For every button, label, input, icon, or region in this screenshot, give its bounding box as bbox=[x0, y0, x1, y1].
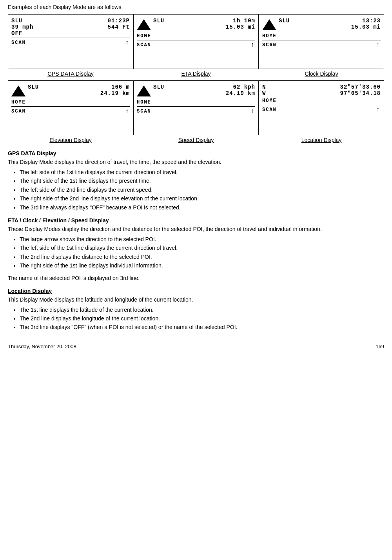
location-bullet-1: The 1st line displays the latitude of th… bbox=[20, 305, 384, 314]
eta-cell-label: ETA Display bbox=[181, 71, 211, 77]
poi-line: The name of the selected POI is displaye… bbox=[8, 274, 384, 282]
gps-line2: 39 mph 544 Ft bbox=[11, 24, 130, 30]
clock-line2: 15.03 mi bbox=[279, 24, 381, 30]
location-line1-left: N bbox=[262, 84, 266, 90]
eta-line1: SLU 1h 10m bbox=[153, 18, 255, 24]
gps-section-intro: This Display Mode displays the direction… bbox=[8, 158, 384, 166]
eta-line1-right: 1h 10m bbox=[233, 18, 255, 24]
clock-display-top: SLU 13:23 15.03 mi bbox=[262, 18, 381, 32]
clock-line1-left: SLU bbox=[279, 18, 290, 24]
elevation-line2-right: 24.19 km bbox=[100, 90, 130, 96]
elevation-scan-row: SCAN ↑ bbox=[11, 108, 130, 115]
elevation-display-top: SLU 166 m 24.19 km bbox=[11, 84, 130, 98]
gps-section: GPS DATA Display This Display Mode displ… bbox=[8, 150, 384, 212]
speed-display-top: SLU 62 kph 24.19 km bbox=[137, 84, 255, 98]
gps-bullet-5: The 3rd line always displays "OFF" becau… bbox=[20, 203, 384, 212]
intro-text: Examples of each Display Mode are as fol… bbox=[8, 4, 384, 10]
clock-scan-label: SCAN bbox=[262, 42, 277, 48]
gps-bullet-2: The right side of the 1st line displays … bbox=[20, 176, 384, 185]
gps-scan-arrow: ↑ bbox=[125, 39, 130, 46]
speed-line1: SLU 62 kph bbox=[153, 84, 255, 90]
gps-line1: SLU 01:23P bbox=[11, 18, 130, 24]
elevation-poi-label: HOME bbox=[11, 100, 130, 105]
display-box-clock: SLU 13:23 15.03 mi HOME SCAN ↑ bbox=[259, 14, 384, 69]
location-section-title: Location Display bbox=[8, 288, 384, 294]
clock-line1: SLU 13:23 bbox=[279, 18, 381, 24]
display-cell-location: N 32"57'33.60 W 97"05'34.18 HOME SCAN ↑ … bbox=[259, 80, 384, 145]
eta-display-top: SLU 1h 10m 15.03 mi bbox=[137, 18, 255, 32]
speed-scan-arrow: ↑ bbox=[250, 108, 255, 115]
display-cell-gps: SLU 01:23P 39 mph 544 Ft OFF SCAN ↑ bbox=[8, 14, 133, 78]
gps-scan-row: SCAN ↑ bbox=[11, 39, 130, 46]
location-divider bbox=[262, 105, 381, 105]
gps-section-title: GPS DATA Display bbox=[8, 150, 384, 156]
footer-page: 169 bbox=[376, 344, 384, 349]
eta-line2-right: 15.03 mi bbox=[226, 24, 255, 30]
clock-line2-right: 15.03 mi bbox=[351, 24, 381, 30]
speed-cell-label: Speed Display bbox=[178, 137, 214, 143]
gps-bullet-list: The left side of the 1st line displays t… bbox=[20, 168, 384, 212]
location-poi-label: HOME bbox=[262, 98, 381, 104]
elevation-line1: SLU 166 m bbox=[28, 84, 130, 90]
location-bullet-list: The 1st line displays the latitude of th… bbox=[20, 305, 384, 332]
eta-section: ETA / Clock / Elevation / Speed Display … bbox=[8, 217, 384, 270]
clock-arrow-icon bbox=[262, 19, 276, 30]
elevation-line2: 24.19 km bbox=[28, 90, 130, 96]
gps-divider bbox=[11, 38, 130, 38]
footer-date: Thursday, November 20, 2008 bbox=[8, 344, 76, 349]
location-scan-label: SCAN bbox=[262, 107, 277, 113]
display-box-elevation: SLU 166 m 24.19 km HOME SCAN ↑ bbox=[8, 80, 133, 135]
location-line2: W 97"05'34.18 bbox=[262, 90, 381, 96]
display-box-eta: SLU 1h 10m 15.03 mi HOME SCAN ↑ bbox=[133, 14, 259, 69]
gps-bullet-3: The left side of the 2nd line displays t… bbox=[20, 185, 384, 194]
location-scan-row: SCAN ↑ bbox=[262, 106, 381, 113]
eta-bullet-4: The right side of the 1st line displays … bbox=[20, 261, 384, 270]
location-section: Location Display This Display Mode displ… bbox=[8, 288, 384, 332]
location-cell-label: Location Display bbox=[301, 137, 342, 143]
elevation-scan-arrow: ↑ bbox=[125, 108, 130, 115]
location-line1: N 32"57'33.60 bbox=[262, 84, 381, 90]
clock-poi-label: HOME bbox=[262, 33, 381, 39]
elevation-line1-left: SLU bbox=[28, 84, 39, 90]
location-line2-left: W bbox=[262, 90, 266, 96]
elevation-line1-right: 166 m bbox=[111, 84, 130, 90]
clock-scan-arrow: ↑ bbox=[376, 42, 381, 49]
clock-cell-label: Clock Display bbox=[305, 71, 338, 77]
clock-scan-row: SCAN ↑ bbox=[262, 42, 381, 49]
display-cell-elevation: SLU 166 m 24.19 km HOME SCAN ↑ Elevation… bbox=[8, 80, 133, 145]
eta-scan-label: SCAN bbox=[137, 42, 151, 48]
location-line1-right: 32"57'33.60 bbox=[340, 84, 381, 90]
eta-bullet-2: The left side of the 1st line displays t… bbox=[20, 244, 384, 252]
eta-scan-arrow: ↑ bbox=[250, 42, 255, 49]
gps-scan-label: SCAN bbox=[11, 40, 26, 45]
elevation-divider bbox=[11, 106, 130, 107]
gps-cell-label: GPS DATA Display bbox=[47, 71, 94, 77]
display-cell-clock: SLU 13:23 15.03 mi HOME SCAN ↑ Clock Dis… bbox=[259, 14, 384, 78]
eta-arrow-icon bbox=[137, 19, 151, 30]
display-box-location: N 32"57'33.60 W 97"05'34.18 HOME SCAN ↑ bbox=[259, 80, 384, 135]
gps-bullet-4: The right side of the 2nd line displays … bbox=[20, 194, 384, 203]
elevation-cell-label: Elevation Display bbox=[49, 137, 91, 143]
speed-poi-label: HOME bbox=[137, 100, 255, 105]
location-bullet-2: The 2nd line displays the longitude of t… bbox=[20, 314, 384, 323]
eta-bullet-1: The large arrow shows the direction to t… bbox=[20, 235, 384, 244]
speed-line2: 24.19 km bbox=[153, 90, 255, 96]
eta-section-title: ETA / Clock / Elevation / Speed Display bbox=[8, 217, 384, 224]
elevation-arrow-icon bbox=[11, 85, 25, 96]
display-cell-eta: SLU 1h 10m 15.03 mi HOME SCAN ↑ ETA Disp… bbox=[133, 14, 259, 78]
gps-bullet-1: The left side of the 1st line displays t… bbox=[20, 168, 384, 176]
speed-arrow-icon bbox=[137, 85, 151, 96]
gps-line3: OFF bbox=[11, 30, 130, 36]
gps-line2-right: 544 Ft bbox=[108, 24, 130, 30]
eta-divider bbox=[137, 40, 255, 40]
location-bullet-3: The 3rd line displays "OFF" (when a POI … bbox=[20, 323, 384, 331]
eta-line1-left: SLU bbox=[153, 18, 164, 24]
speed-line1-left: SLU bbox=[153, 84, 164, 90]
display-box-speed: SLU 62 kph 24.19 km HOME SCAN ↑ bbox=[133, 80, 259, 135]
eta-scan-row: SCAN ↑ bbox=[137, 42, 255, 49]
speed-display-text: SLU 62 kph 24.19 km bbox=[153, 84, 255, 96]
gps-line3-text: OFF bbox=[11, 30, 22, 36]
speed-line1-right: 62 kph bbox=[233, 84, 255, 90]
location-display-top: N 32"57'33.60 W 97"05'34.18 bbox=[262, 84, 381, 96]
location-scan-arrow: ↑ bbox=[376, 106, 381, 113]
